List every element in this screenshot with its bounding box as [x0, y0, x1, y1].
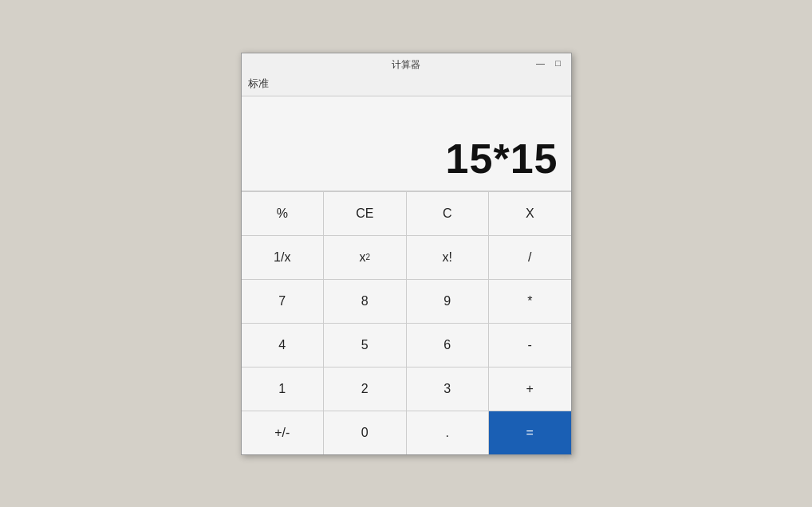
square-button[interactable]: x2 — [324, 236, 406, 279]
title-bar: 计算器 — □ — [242, 53, 571, 73]
display-area: 15*15 — [242, 96, 571, 191]
reciprocal-button[interactable]: 1/x — [242, 236, 324, 279]
clear-button[interactable]: C — [407, 192, 489, 235]
decimal-button[interactable]: . — [407, 411, 489, 454]
calculator-window: 计算器 — □ 标准 15*15 % CE C X 1/x x2 x! / 7 … — [241, 53, 572, 455]
one-button[interactable]: 1 — [242, 367, 324, 411]
factorial-button[interactable]: x! — [407, 236, 489, 279]
two-button[interactable]: 2 — [324, 367, 406, 411]
nine-button[interactable]: 9 — [407, 280, 489, 323]
subtract-button[interactable]: - — [489, 324, 571, 367]
display-value: 15*15 — [446, 135, 558, 183]
eight-button[interactable]: 8 — [324, 280, 406, 323]
divide-button[interactable]: / — [489, 236, 571, 279]
menu-bar: 标准 — [242, 73, 571, 96]
equals-button[interactable]: = — [489, 411, 571, 454]
maximize-button[interactable]: □ — [552, 58, 565, 68]
buttons-grid: % CE C X 1/x x2 x! / 7 8 9 * 4 5 6 - 1 2… — [242, 191, 571, 454]
window-title: 计算器 — [392, 58, 420, 72]
four-button[interactable]: 4 — [242, 324, 324, 367]
seven-button[interactable]: 7 — [242, 280, 324, 323]
six-button[interactable]: 6 — [407, 324, 489, 367]
title-bar-controls: — □ — [534, 58, 565, 68]
zero-button[interactable]: 0 — [324, 411, 406, 454]
clear-entry-button[interactable]: CE — [324, 192, 406, 235]
percent-button[interactable]: % — [242, 192, 324, 235]
add-button[interactable]: + — [489, 367, 571, 411]
minimize-button[interactable]: — — [534, 58, 547, 68]
five-button[interactable]: 5 — [324, 324, 406, 367]
multiply-button[interactable]: * — [489, 280, 571, 323]
negate-button[interactable]: +/- — [242, 411, 324, 454]
menu-standard[interactable]: 标准 — [248, 77, 269, 89]
three-button[interactable]: 3 — [407, 367, 489, 411]
backspace-button[interactable]: X — [489, 192, 571, 235]
